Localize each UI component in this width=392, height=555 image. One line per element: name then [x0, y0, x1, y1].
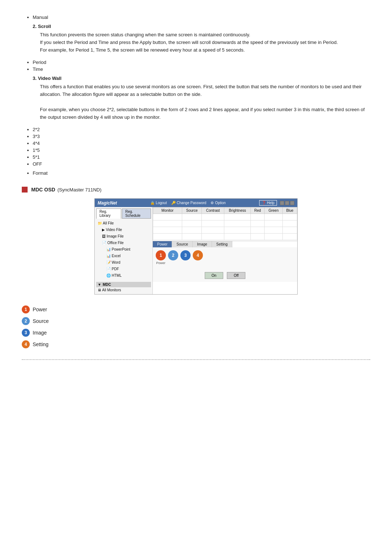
legend-circle-1: 1 — [22, 305, 30, 313]
change-password-menu-item[interactable]: 🔑 Change Password — [171, 201, 207, 205]
legend-item-2: 2 Source — [22, 317, 370, 325]
legend-label-2: Source — [33, 318, 49, 324]
image-icon: 🖼 — [102, 234, 106, 238]
video-wall-body1: This offers a function that enables you … — [40, 83, 370, 98]
mdc-osd-label: MDC OSD — [31, 187, 55, 193]
maximize-button[interactable] — [285, 201, 289, 205]
screenshot-ui: MagicNet 🔒 Logout 🔑 Change Password ⚙ Op… — [94, 198, 298, 295]
scroll-number: 2. — [33, 24, 37, 29]
manual-item: Manual — [33, 15, 370, 20]
scroll-body3: For example, for Period 1, Time 5, the s… — [40, 46, 370, 54]
logout-menu-item[interactable]: 🔒 Logout — [150, 201, 167, 205]
video-wall-body2: For example, when you choose 2*2, select… — [40, 106, 370, 121]
mdc-osd-section-title: MDC OSD (SyncMaster 711ND) — [22, 187, 370, 193]
image-num-button[interactable]: 3 — [180, 250, 191, 260]
ppt-icon: 📊 — [106, 247, 111, 251]
vw-option-1: 3*3 — [33, 134, 370, 139]
period-item: Period — [33, 60, 370, 65]
reg-library-tab[interactable]: Reg. Library — [96, 208, 121, 219]
bottom-tab-row: Power Source Image Setting — [153, 241, 297, 247]
scroll-heading: Scroll — [38, 24, 51, 29]
setting-num-button[interactable]: 4 — [193, 250, 203, 260]
video-wall-heading: Video Wall — [38, 76, 61, 81]
right-panel: Monitor Source Contrast Brightness Red G… — [153, 207, 297, 294]
tree-excel[interactable]: 📊 Excel — [96, 253, 151, 259]
table-row — [153, 227, 297, 234]
left-panel: Reg. Library Reg. Schedule 📁 All File ▶ … — [95, 207, 153, 294]
section-scroll: 2. Scroll This function prevents the scr… — [33, 24, 370, 54]
power-num-button[interactable]: 1 — [156, 250, 166, 260]
col-green: Green — [265, 207, 283, 214]
option-menu-item[interactable]: ⚙ Option — [211, 201, 225, 205]
vw-option-2: 4*4 — [33, 141, 370, 146]
table-row — [153, 234, 297, 240]
table-header-row: Monitor Source Contrast Brightness Red G… — [153, 207, 297, 214]
period-time-list: Period Time — [33, 60, 370, 72]
folder-icon: 📁 — [98, 221, 102, 225]
vw-option-5: OFF — [33, 161, 370, 167]
app-logo: MagicNet — [98, 200, 117, 206]
table-row — [153, 214, 297, 220]
on-off-buttons: On Off — [156, 272, 294, 279]
minimize-button[interactable] — [280, 201, 284, 205]
mdc-osd-icon — [22, 187, 28, 193]
image-tab[interactable]: Image — [193, 241, 212, 247]
col-brightness: Brightness — [224, 207, 250, 214]
off-button[interactable]: Off — [227, 272, 245, 279]
scroll-body: This function prevents the screen status… — [40, 31, 370, 54]
help-icon: ❓ — [262, 201, 266, 205]
help-button[interactable]: ❓ Help — [259, 200, 277, 206]
tree-all-file[interactable]: 📁 All File — [96, 220, 151, 227]
word-icon: 📝 — [106, 260, 111, 264]
video-wall-number: 3. — [33, 76, 37, 81]
manual-bullet-list: Manual — [33, 15, 370, 20]
tree-html[interactable]: 🌐 HTML — [96, 272, 151, 279]
legend-label-1: Power — [33, 307, 47, 312]
num-btn-wrapper-1: 1 Power — [156, 250, 166, 265]
legend-section: 1 Power 2 Source 3 Image 4 Setting — [22, 305, 370, 348]
close-button[interactable] — [290, 201, 294, 205]
legend-item-4: 4 Setting — [22, 340, 370, 348]
top-menu: 🔒 Logout 🔑 Change Password ⚙ Option — [150, 201, 226, 205]
file-tree: 📁 All File ▶ Video File 🖼 Image File 📄 O… — [96, 220, 151, 279]
vw-option-3: 1*5 — [33, 147, 370, 153]
scroll-body1: This function prevents the screen status… — [40, 31, 370, 39]
top-bar: MagicNet 🔒 Logout 🔑 Change Password ⚙ Op… — [95, 199, 297, 207]
power-tab[interactable]: Power — [153, 241, 172, 247]
num-btn-wrapper-2: 2 — [168, 250, 178, 265]
html-icon: 🌐 — [106, 274, 111, 278]
video-wall-title: 3. Video Wall — [33, 76, 370, 81]
source-tab[interactable]: Source — [172, 241, 193, 247]
vw-option-4: 5*1 — [33, 154, 370, 160]
scroll-body2: If you select the Period and Time and pr… — [40, 39, 370, 46]
triangle-icon: ▼ — [98, 283, 101, 287]
video-icon: ▶ — [102, 228, 105, 232]
tree-video-file[interactable]: ▶ Video File — [96, 227, 151, 233]
tree-word[interactable]: 📝 Word — [96, 259, 151, 266]
time-item: Time — [33, 66, 370, 72]
reg-schedule-tab[interactable]: Reg. Schedule — [122, 208, 151, 219]
monitor-icon: 🖥 — [98, 288, 101, 292]
tree-powerpoint[interactable]: 📊 PowerPoint — [96, 246, 151, 253]
table-row — [153, 220, 297, 227]
all-monitors-item[interactable]: 🖥 All Monitors — [96, 287, 151, 293]
tree-image-file[interactable]: 🖼 Image File — [96, 233, 151, 240]
scroll-title: 2. Scroll — [33, 24, 370, 29]
excel-icon: 📊 — [106, 254, 111, 258]
legend-label-4: Setting — [33, 341, 49, 347]
office-icon: 📄 — [102, 241, 106, 245]
pdf-icon: 📄 — [106, 267, 111, 271]
legend-circle-4: 4 — [22, 340, 30, 348]
col-contrast: Contrast — [202, 207, 224, 214]
format-item: Format — [33, 170, 370, 176]
on-button[interactable]: On — [205, 272, 223, 279]
window-controls — [280, 201, 294, 205]
legend-label-3: Image — [33, 330, 47, 336]
tree-pdf[interactable]: 📄 PDF — [96, 266, 151, 272]
setting-tab[interactable]: Setting — [212, 241, 232, 247]
tree-office-file[interactable]: 📄 Office File — [96, 240, 151, 246]
mdc-section-label: ▼ MDC — [96, 282, 151, 287]
section-video-wall: 3. Video Wall This offers a function tha… — [33, 76, 370, 121]
legend-item-1: 1 Power — [22, 305, 370, 313]
source-num-button[interactable]: 2 — [168, 250, 178, 260]
